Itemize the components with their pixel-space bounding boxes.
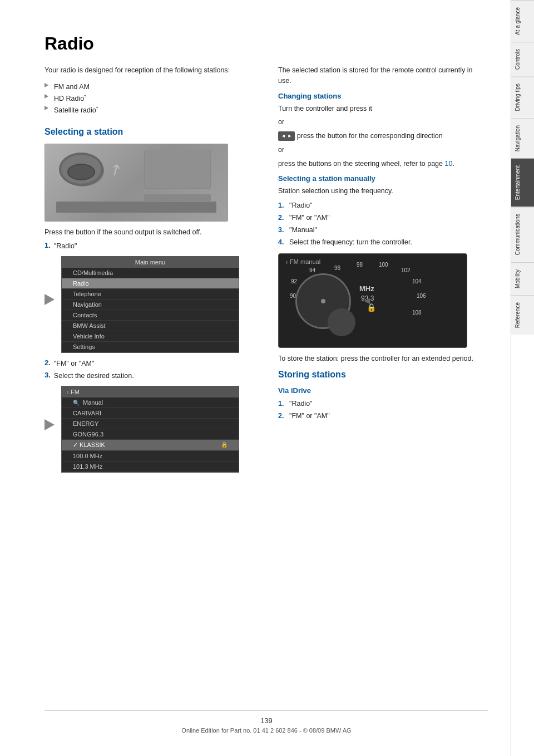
fm-screenshot: ♪ FM 🔍 Manual CARIVARI ENERGY GONG96.3 ✓… — [44, 386, 222, 473]
menu-screenshot: Main menu CD/Multimedia Radio Telephone … — [44, 256, 222, 353]
list-item: 3. "Manual" — [278, 224, 484, 235]
freq-102: 102 — [401, 267, 411, 273]
section-heading-changing: Changing stations — [278, 92, 484, 100]
freq-96: 96 — [334, 265, 340, 271]
step-text: "Radio" — [289, 398, 313, 409]
section-heading-storing: Storing stations — [278, 370, 484, 380]
list-item: 4. Select the frequency: turn the contro… — [278, 237, 484, 248]
sub-heading-via-idrive: Via iDrive — [278, 386, 484, 395]
main-menu-box: Main menu CD/Multimedia Radio Telephone … — [61, 256, 239, 353]
step-num: 1. — [278, 200, 286, 211]
step-num-3: 3. — [44, 371, 51, 379]
bullet-arrow-icon — [44, 106, 48, 110]
sidebar-tab-driving-tips[interactable]: Driving tips — [511, 76, 535, 117]
step-text: "Radio" — [289, 200, 313, 211]
list-item: HD Radio* — [44, 92, 256, 104]
fm-dial-image: ♪ FM manual 96 98 100 102 104 106 108 88… — [278, 253, 467, 348]
selecting-caption: Press the button if the sound output is … — [44, 227, 256, 238]
storing-steps-list: 1. "Radio" 2. "FM" or "AM" — [278, 398, 484, 421]
store-station-caption: To store the station: press the controll… — [278, 354, 484, 364]
menu-item-navigation: Navigation — [62, 300, 239, 310]
radio-device-image: ↗ — [44, 144, 228, 222]
changing-step3: press the buttons on the steering wheel,… — [278, 159, 484, 169]
cursor-icon — [44, 294, 55, 305]
cursor-icon-fm — [44, 419, 55, 430]
step-num-2: 2. — [44, 359, 51, 367]
menu-item-telephone: Telephone — [62, 289, 239, 300]
step-num-1: 1. — [44, 241, 51, 249]
freq-104: 104 — [412, 278, 422, 284]
menu-item-settings: Settings — [62, 342, 239, 352]
freq-92: 92 — [291, 278, 297, 284]
page-footer: 139 Online Edition for Part no. 01 41 2 … — [44, 710, 488, 734]
menu-item-contacts: Contacts — [62, 310, 239, 321]
step-num: 2. — [278, 212, 286, 223]
dial-inner — [328, 308, 355, 336]
sidebar-tab-at-a-glance[interactable]: At a glance — [511, 0, 535, 42]
sidebar-tab-communications[interactable]: Communications — [511, 207, 535, 262]
bullet-item-text: HD Radio* — [54, 92, 86, 104]
freq-108: 108 — [412, 310, 422, 316]
step-num: 3. — [278, 224, 286, 235]
list-item: FM and AM — [44, 81, 256, 92]
fm-title: ♪ FM — [62, 386, 239, 397]
freq-106: 106 — [417, 293, 426, 299]
fm-item-carivari: CARIVARI — [62, 408, 239, 419]
section-heading-selecting: Selecting a station — [44, 127, 256, 137]
step-num: 4. — [278, 237, 286, 248]
changing-step2: ◄ ► press the button for the correspondi… — [278, 131, 484, 141]
page-link[interactable]: 10 — [445, 160, 453, 168]
left-arrow-icon: ◄ — [362, 295, 372, 307]
fm-item-energy: ENERGY — [62, 419, 239, 429]
changing-or-1: or — [278, 117, 484, 127]
step-text-3: Select the desired station. — [54, 371, 134, 381]
manual-steps-list: 1. "Radio" 2. "FM" or "AM" 3. "Manual" 4… — [278, 200, 484, 248]
section-heading-manual: Selecting a station manually — [278, 174, 484, 183]
step-num: 2. — [278, 410, 286, 421]
step-text-2: "FM" or "AM" — [54, 359, 95, 369]
fm-item-manual: 🔍 Manual — [62, 397, 239, 408]
list-item: 2. "FM" or "AM" — [278, 212, 484, 223]
sidebar: At a glance Controls Driving tips Naviga… — [511, 0, 534, 756]
sidebar-tab-entertainment[interactable]: Entertainment — [511, 158, 535, 207]
list-item: 1. "Radio" — [278, 398, 484, 409]
dial-circle — [295, 273, 351, 329]
right-column: The selected station is stored for the r… — [278, 65, 484, 694]
mhz-label: MHz — [359, 284, 374, 293]
step-text: "Manual" — [289, 224, 317, 235]
left-column: Your radio is designed for reception of … — [44, 65, 256, 694]
sidebar-tab-controls[interactable]: Controls — [511, 42, 535, 76]
menu-item-vehicleinfo: Vehicle Info — [62, 331, 239, 342]
footer-text: Online Edition for Part no. 01 41 2 602 … — [181, 727, 351, 734]
page-title: Radio — [44, 33, 488, 54]
sidebar-tab-reference[interactable]: Reference — [511, 295, 535, 335]
menu-item-cdmultimedia: CD/Multimedia — [62, 268, 239, 278]
bullet-item-text: Satellite radio* — [54, 104, 98, 116]
fm-item-100mhz: 100.0 MHz — [62, 451, 239, 462]
step-text: Select the frequency: turn the controlle… — [289, 237, 412, 248]
sidebar-tab-mobility[interactable]: Mobility — [511, 262, 535, 295]
menu-item-radio: Radio — [62, 278, 239, 289]
fm-item-gong: GONG96.3 — [62, 429, 239, 440]
freq-100: 100 — [379, 262, 388, 268]
freq-98: 98 — [357, 262, 363, 268]
freq-94: 94 — [309, 267, 315, 273]
fm-item-1013mhz: 101.3 MHz — [62, 462, 239, 472]
changing-or-2: or — [278, 145, 484, 155]
list-item: 2. "FM" or "AM" — [278, 410, 484, 421]
sidebar-tab-navigation[interactable]: Navigation — [511, 118, 535, 158]
changing-step1: Turn the controller and press it — [278, 104, 484, 114]
bullet-arrow-icon — [44, 83, 48, 87]
fm-station-box: ♪ FM 🔍 Manual CARIVARI ENERGY GONG96.3 ✓… — [61, 386, 239, 473]
list-item: 1. "Radio" — [278, 200, 484, 211]
manual-sub: Station selection using the frequency. — [278, 186, 484, 197]
bullet-item-text: FM and AM — [54, 81, 90, 92]
menu-title: Main menu — [62, 257, 239, 268]
step-text: "FM" or "AM" — [289, 410, 330, 421]
direction-button[interactable]: ◄ ► — [278, 131, 295, 141]
page-number: 139 — [44, 716, 488, 725]
intro-text: Your radio is designed for reception of … — [44, 65, 256, 76]
step-num: 1. — [278, 398, 286, 409]
bullet-arrow-icon — [44, 94, 48, 99]
store-text: The selected station is stored for the r… — [278, 65, 484, 86]
